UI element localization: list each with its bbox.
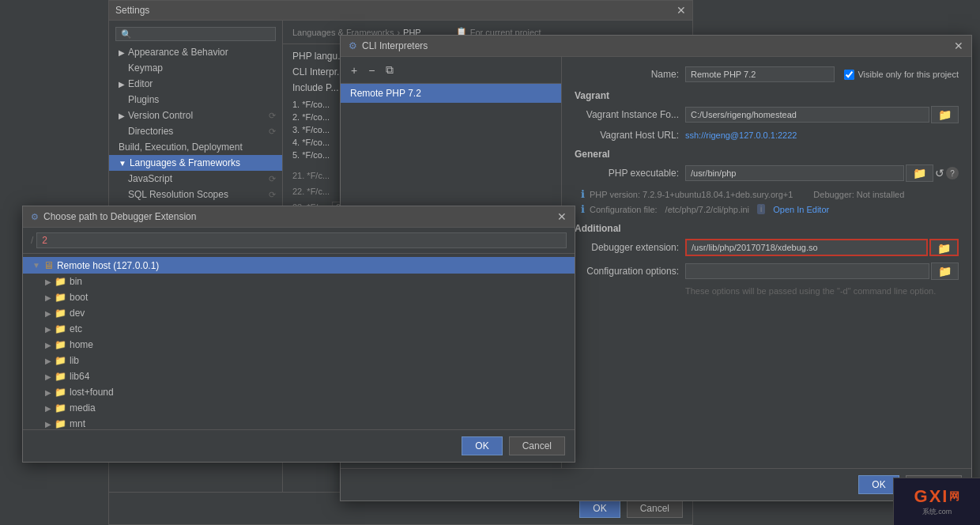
- sidebar-search-input[interactable]: [115, 27, 276, 41]
- cli-add-button[interactable]: +: [347, 62, 361, 78]
- path-titlebar: ⚙ Choose path to Debugger Extension ✕: [23, 206, 575, 228]
- path-tree-item-media[interactable]: ▶ 📁 media: [23, 400, 575, 416]
- cli-open-in-editor-link[interactable]: Open In Editor: [773, 205, 829, 214]
- gxi-wang: 网: [949, 489, 959, 504]
- sidebar-item-sql[interactable]: SQL Resolution Scopes ⟳: [109, 187, 282, 202]
- path-tree-item-boot[interactable]: ▶ 📁 boot: [23, 289, 575, 305]
- cli-php-exe-row: PHP executable: 📁 ↺ ?: [575, 164, 959, 182]
- path-tree-item-etc[interactable]: ▶ 📁 etc: [23, 321, 575, 337]
- tree-arrow-icon: ▶: [45, 293, 51, 302]
- folder-icon: 🖥: [43, 259, 54, 271]
- tree-item-label: etc: [70, 323, 82, 334]
- cli-php-exe-reload-btn[interactable]: ↺: [935, 167, 944, 179]
- sidebar-item-plugins[interactable]: Plugins: [109, 92, 282, 108]
- settings-ok-button[interactable]: OK: [579, 499, 620, 518]
- cli-config-file-badge: i: [757, 204, 765, 214]
- tree-item-label: mnt: [70, 418, 85, 429]
- path-tree-item-dev[interactable]: ▶ 📁 dev: [23, 305, 575, 321]
- interpreter-label: Remote PHP 7.2: [350, 88, 421, 99]
- cli-dialog-icon: ⚙: [349, 40, 357, 51]
- tree-item-label: lib64: [70, 371, 89, 382]
- sync-icon: ⟳: [269, 174, 276, 184]
- cli-vagrant-host-link[interactable]: ssh://rigeng@127.0.0.1:2222: [685, 130, 797, 140]
- cli-debugger-ext-input[interactable]: [685, 239, 928, 256]
- path-search-row: /: [23, 228, 575, 254]
- cli-copy-button[interactable]: ⧉: [382, 62, 398, 78]
- tree-arrow-icon: ▶: [45, 404, 51, 413]
- sidebar-item-languages[interactable]: ▼ Languages & Frameworks: [109, 155, 282, 171]
- sidebar-search-container: [109, 24, 282, 44]
- cli-dialog-close-button[interactable]: ✕: [954, 40, 963, 52]
- tree-arrow-icon: ▶: [45, 341, 51, 349]
- sidebar-item-label: Appearance & Behavior: [128, 47, 228, 58]
- cli-interpreter-item[interactable]: Remote PHP 7.2: [341, 84, 561, 103]
- gxi-logo: G X I 网: [914, 486, 960, 507]
- cli-php-exe-browse-btn[interactable]: 📁: [906, 164, 933, 182]
- tree-item-label: dev: [70, 308, 85, 319]
- cli-vagrant-instance-browse-btn[interactable]: 📁: [931, 106, 959, 123]
- cli-debugger-ext-row: Debugger extension: 📁: [575, 239, 959, 256]
- choose-path-dialog: ⚙ Choose path to Debugger Extension ✕ / …: [22, 206, 575, 463]
- sidebar-item-javascript[interactable]: JavaScript ⟳: [109, 171, 282, 187]
- cli-debugger-ext-label: Debugger extension:: [575, 242, 685, 253]
- cli-php-exe-browse: 📁 ↺ ?: [685, 164, 959, 182]
- folder-icon: 📁: [55, 308, 66, 319]
- tree-arrow-icon: ▶: [45, 309, 51, 318]
- cli-php-version-text: PHP version: 7.2.9-1+ubuntu18.04.1+deb.s…: [590, 190, 793, 199]
- gxi-x: X: [929, 486, 941, 507]
- cli-vagrant-host-label: Vagrant Host URL:: [575, 130, 685, 141]
- cli-debugger-ext-browse-btn[interactable]: 📁: [929, 239, 959, 256]
- path-dialog-close-button[interactable]: ✕: [557, 210, 567, 223]
- sidebar-item-label: Languages & Frameworks: [130, 157, 240, 168]
- path-tree-item-lib64[interactable]: ▶ 📁 lib64: [23, 368, 575, 384]
- tree-item-label: bin: [70, 276, 82, 287]
- arrow-icon: ▶: [119, 111, 125, 120]
- tree-item-label: lib: [70, 355, 79, 366]
- tree-arrow-icon: ▶: [45, 388, 51, 397]
- sidebar-item-keymap[interactable]: Keymap: [109, 60, 282, 76]
- tree-arrow-icon: ▶: [45, 278, 51, 286]
- path-tree-item-lib[interactable]: ▶ 📁 lib: [23, 353, 575, 368]
- path-tree-item-home[interactable]: ▶ 📁 home: [23, 337, 575, 353]
- path-tree-item-lost-found[interactable]: ▶ 📁 lost+found: [23, 384, 575, 400]
- cli-bottom-buttons: OK Cancel: [341, 468, 971, 500]
- cli-php-exe-input[interactable]: [685, 165, 904, 181]
- sidebar-item-version-control[interactable]: ▶ Version Control ⟳: [109, 108, 282, 123]
- cli-vagrant-section: Vagrant: [575, 90, 959, 101]
- cli-toolbar: + − ⧉: [341, 57, 561, 84]
- cli-debugger-ext-browse: 📁: [685, 239, 959, 256]
- visible-only-checkbox[interactable]: [844, 70, 854, 80]
- folder-icon: 📁: [55, 339, 66, 350]
- path-ok-button[interactable]: OK: [462, 436, 502, 455]
- path-tree-item-mnt[interactable]: ▶ 📁 mnt: [23, 416, 575, 429]
- cli-remove-button[interactable]: −: [364, 62, 379, 78]
- cli-debugger-text: Debugger: Not installed: [813, 190, 904, 199]
- path-cancel-button[interactable]: Cancel: [509, 436, 565, 455]
- cli-config-options-input[interactable]: [685, 263, 929, 279]
- folder-icon: 📁: [55, 292, 66, 303]
- sidebar-item-label: SQL Resolution Scopes: [128, 189, 228, 200]
- tree-arrow-icon: ▶: [45, 325, 51, 334]
- settings-cancel-button[interactable]: Cancel: [627, 499, 683, 518]
- tree-item-label: media: [70, 402, 96, 414]
- sidebar-item-appearance[interactable]: ▶ Appearance & Behavior: [109, 44, 282, 60]
- cli-vagrant-instance-input[interactable]: [685, 107, 929, 123]
- sidebar-item-editor[interactable]: ▶ Editor: [109, 76, 282, 92]
- cli-config-file-value: /etc/php/7.2/cli/php.ini: [665, 205, 749, 214]
- cli-config-options-browse-btn[interactable]: 📁: [931, 262, 959, 280]
- sidebar-item-directories[interactable]: Directories ⟳: [109, 123, 282, 139]
- cli-php-exe-help-btn[interactable]: ?: [946, 167, 959, 179]
- path-dialog-title: Choose path to Debugger Extension: [43, 211, 196, 222]
- path-tree-item-bin[interactable]: ▶ 📁 bin: [23, 274, 575, 289]
- path-tree-root[interactable]: ▼ 🖥 Remote host (127.0.0.1): [23, 257, 575, 274]
- folder-icon: 📁: [55, 402, 66, 414]
- tree-arrow-icon: ▶: [45, 372, 51, 381]
- info-icon2: ℹ: [581, 203, 585, 215]
- settings-close-button[interactable]: ✕: [677, 4, 686, 17]
- visible-only-label: Visible only for this project: [844, 70, 959, 80]
- tree-arrow-icon: ▶: [45, 420, 51, 429]
- path-search-input[interactable]: [36, 232, 567, 248]
- cli-name-input[interactable]: [685, 66, 835, 82]
- info-icon: ℹ: [581, 188, 585, 200]
- sidebar-item-build[interactable]: Build, Execution, Deployment: [109, 139, 282, 155]
